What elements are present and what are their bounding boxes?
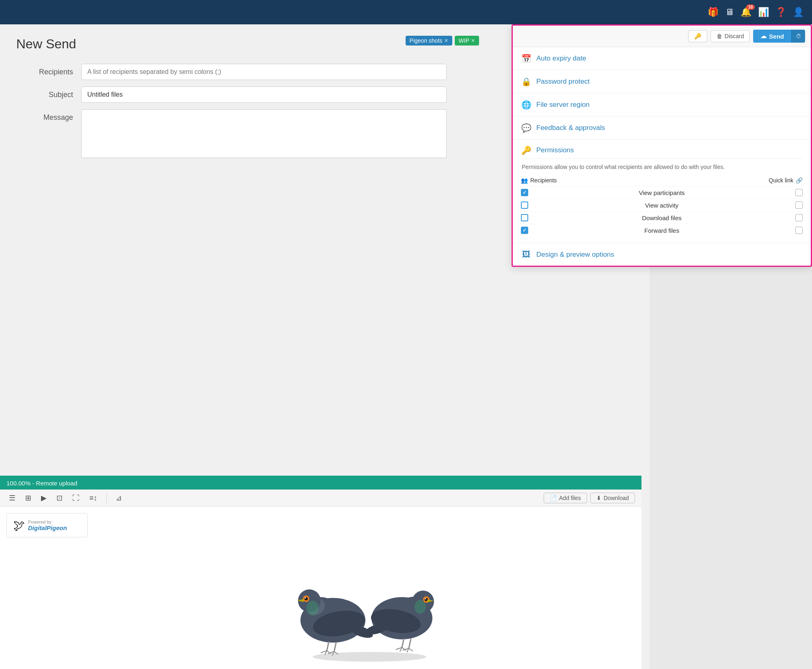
columns-button[interactable]: ⊡ xyxy=(54,492,65,504)
link-icon: 🔗 xyxy=(796,177,803,184)
view-participants-label: View participants xyxy=(528,189,795,196)
design-preview-label: Design & preview options xyxy=(536,251,614,259)
list-view-button[interactable]: ☰ xyxy=(6,492,18,504)
play-button[interactable]: ▶ xyxy=(39,492,49,504)
expand-button[interactable]: ⛶ xyxy=(70,492,82,504)
user-icon[interactable]: 👤 xyxy=(793,7,804,17)
feedback-approvals-item[interactable]: 💬 Feedback & approvals xyxy=(513,117,811,140)
permissions-section: 🔑 Permissions Permissions allow you to c… xyxy=(513,140,811,243)
send-button[interactable]: ☁ Send xyxy=(753,30,791,43)
file-server-label: File server region xyxy=(536,101,590,109)
tag-wip-close-button[interactable]: ✕ xyxy=(471,38,475,43)
auto-expiry-label: Auto expiry date xyxy=(536,54,586,63)
svg-point-38 xyxy=(415,600,426,614)
top-navigation: 🎁 🖥 🔔 10 📊 ❓ 👤 xyxy=(0,0,812,24)
notification-badge: 10 xyxy=(746,4,755,10)
download-label: Download xyxy=(604,495,629,501)
permissions-title: Permissions xyxy=(536,146,574,154)
progress-bar-container: 100.00% - Remote upload xyxy=(0,476,641,490)
tag-wip-label: WIP xyxy=(459,37,469,44)
send-dropdown-toggle[interactable]: ⏱ xyxy=(791,30,805,43)
toolbar-separator xyxy=(106,493,107,503)
design-preview-item[interactable]: 🖼 Design & preview options xyxy=(513,243,811,266)
svg-line-12 xyxy=(334,642,336,652)
monitor-icon[interactable]: 🖥 xyxy=(725,7,734,17)
forward-files-recipients-checkbox[interactable] xyxy=(521,227,528,234)
svg-point-19 xyxy=(307,601,319,615)
key-button[interactable]: 🔑 xyxy=(688,30,707,42)
password-protect-label: Password protect xyxy=(536,78,590,86)
subject-input[interactable] xyxy=(81,87,447,103)
view-participants-recipients-checkbox[interactable] xyxy=(521,189,528,196)
permissions-header[interactable]: 🔑 Permissions xyxy=(521,140,803,159)
trash-icon: 🗑 xyxy=(717,33,722,39)
dropdown-header: 🔑 🗑 Discard ☁ Send ⏱ xyxy=(513,26,811,47)
send-label: Send xyxy=(769,33,784,40)
lock-icon: 🔒 xyxy=(521,77,531,87)
download-files-quicklink-checkbox[interactable] xyxy=(795,214,803,221)
recipients-col-label: Recipients xyxy=(530,177,557,184)
file-server-region-item[interactable]: 🌐 File server region xyxy=(513,93,811,117)
discard-button[interactable]: 🗑 Discard xyxy=(710,30,750,42)
perm-row-view-activity: View activity xyxy=(521,199,803,211)
forward-files-quicklink-checkbox[interactable] xyxy=(795,227,803,234)
logo-text-group: Powered by DigitalPigeon xyxy=(28,520,67,531)
view-activity-label: View activity xyxy=(528,202,795,209)
design-icon: 🖼 xyxy=(521,250,531,259)
col-quicklink-header: Quick link 🔗 xyxy=(758,177,803,184)
view-activity-quicklink-checkbox[interactable] xyxy=(795,201,803,209)
permissions-description: Permissions allow you to control what re… xyxy=(521,163,803,171)
download-files-recipients-checkbox[interactable] xyxy=(521,214,528,221)
bell-icon[interactable]: 🔔 10 xyxy=(741,7,752,17)
brand-name: DigitalPigeon xyxy=(28,524,67,531)
tag-pigeon-shots: Pigeon shots ✕ xyxy=(406,36,452,45)
svg-point-39 xyxy=(313,652,426,662)
toolbar-right: 📄 Add files ⬇ Download xyxy=(544,493,635,503)
recipients-input[interactable] xyxy=(81,64,447,80)
globe-icon: 🌐 xyxy=(521,100,531,110)
perm-row-view-participants: View participants xyxy=(521,186,803,199)
tag-close-button[interactable]: ✕ xyxy=(444,38,448,43)
grid-view-button[interactable]: ⊞ xyxy=(23,492,34,504)
svg-point-25 xyxy=(425,598,426,600)
progress-text: 100.00% - Remote upload xyxy=(6,480,77,487)
logo-box: 🕊 Powered by DigitalPigeon xyxy=(6,513,88,537)
permissions-col-headers: 👥 Recipients Quick link 🔗 xyxy=(521,177,803,184)
chart-icon[interactable]: 📊 xyxy=(758,7,769,17)
message-textarea[interactable] xyxy=(81,109,447,158)
discard-label: Discard xyxy=(725,33,744,39)
permissions-icon: 🔑 xyxy=(521,145,531,155)
tag-wip: WIP ✕ xyxy=(455,36,479,45)
chevron-down-icon: ⏱ xyxy=(796,33,801,39)
perm-row-forward-files: Forward files xyxy=(521,224,803,236)
file-preview-area: 🕊 Powered by DigitalPigeon xyxy=(0,507,641,669)
add-files-button[interactable]: 📄 Add files xyxy=(544,493,587,503)
sort-button[interactable]: ≡↕ xyxy=(87,492,100,504)
svg-line-30 xyxy=(402,638,404,647)
view-activity-recipients-checkbox[interactable] xyxy=(521,201,528,209)
calendar-icon: 📅 xyxy=(521,54,531,63)
svg-point-6 xyxy=(305,598,306,599)
progress-bar: 100.00% - Remote upload xyxy=(0,476,641,490)
recipients-label: Recipients xyxy=(16,64,81,76)
quicklink-col-label: Quick link xyxy=(769,177,793,184)
add-files-icon: 📄 xyxy=(550,495,557,501)
subject-label: Subject xyxy=(16,87,81,99)
password-protect-item[interactable]: 🔒 Password protect xyxy=(513,70,811,93)
feedback-icon: 💬 xyxy=(521,123,531,133)
powered-by-text: Powered by xyxy=(28,520,67,524)
pigeon-illustration xyxy=(114,515,641,669)
pigeon-svg xyxy=(276,531,479,669)
download-button[interactable]: ⬇ Download xyxy=(590,493,635,503)
send-button-group: ☁ Send ⏱ xyxy=(753,30,805,43)
auto-expiry-item[interactable]: 📅 Auto expiry date xyxy=(513,47,811,70)
view-participants-quicklink-checkbox[interactable] xyxy=(795,189,803,196)
svg-line-11 xyxy=(327,641,329,651)
filter-button[interactable]: ⊿ xyxy=(113,492,124,504)
tags-area: Pigeon shots ✕ WIP ✕ xyxy=(406,36,479,45)
question-icon[interactable]: ❓ xyxy=(775,7,786,17)
message-label: Message xyxy=(16,109,81,122)
file-toolbar: ☰ ⊞ ▶ ⊡ ⛶ ≡↕ ⊿ 📄 Add files ⬇ Download xyxy=(0,489,641,507)
svg-line-37 xyxy=(409,648,413,651)
gift-icon[interactable]: 🎁 xyxy=(708,7,719,17)
